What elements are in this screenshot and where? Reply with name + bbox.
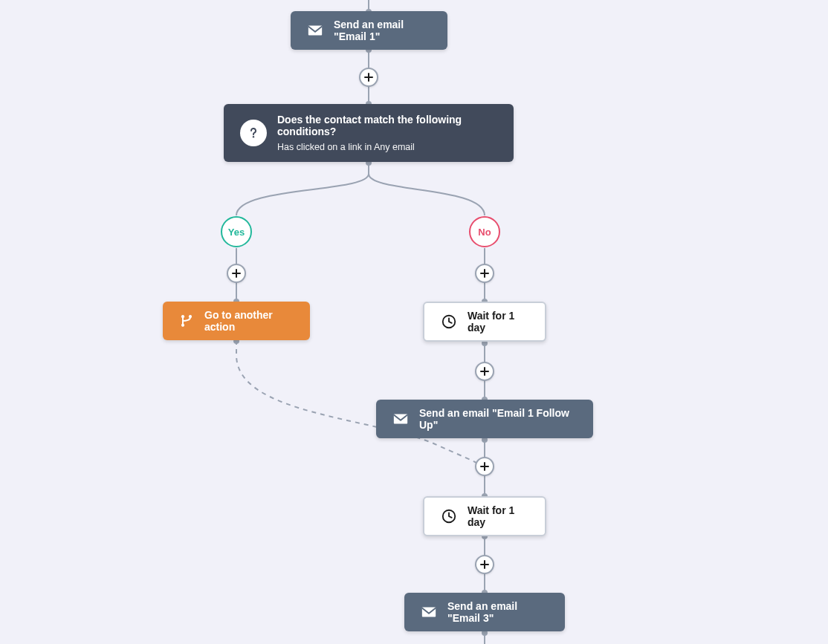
add-step-button[interactable]: [475, 362, 494, 381]
add-step-button[interactable]: [475, 264, 494, 283]
svg-point-4: [181, 324, 184, 327]
question-icon: [240, 120, 267, 146]
branch-yes-label: Yes: [221, 216, 252, 247]
condition-text: Does the contact match the following con…: [277, 114, 497, 152]
node-label: Go to another action: [204, 309, 294, 333]
svg-point-1: [253, 136, 254, 137]
condition-subtitle: Has clicked on a link in Any email: [277, 142, 497, 152]
wait-1-node[interactable]: Wait for 1 day: [423, 302, 546, 342]
node-label: Wait for 1 day: [468, 504, 528, 528]
branch-no-label: No: [469, 216, 500, 247]
condition-title: Does the contact match the following con…: [277, 114, 497, 137]
add-step-button[interactable]: [227, 264, 246, 283]
node-label: Send an email "Email 1 Follow Up": [419, 407, 577, 431]
add-step-button[interactable]: [475, 457, 494, 476]
svg-point-3: [189, 315, 192, 318]
wait-2-node[interactable]: Wait for 1 day: [423, 496, 546, 536]
mail-icon: [392, 411, 409, 427]
clock-icon: [441, 313, 457, 330]
node-label: Wait for 1 day: [468, 310, 528, 334]
add-step-button[interactable]: [475, 555, 494, 574]
node-label: Send an email "Email 1": [334, 19, 431, 42]
clock-icon: [441, 508, 457, 524]
send-email-2-node[interactable]: Send an email "Email 1 Follow Up": [376, 400, 593, 438]
send-email-1-node[interactable]: Send an email "Email 1": [291, 11, 447, 50]
mail-icon: [307, 22, 323, 39]
connector-lines: [0, 0, 828, 644]
svg-rect-8: [422, 608, 436, 617]
condition-node[interactable]: Does the contact match the following con…: [224, 104, 514, 162]
add-step-button[interactable]: [359, 68, 378, 87]
node-label: Send an email "Email 3": [447, 600, 549, 624]
send-email-3-node[interactable]: Send an email "Email 3": [404, 593, 565, 631]
svg-point-2: [181, 315, 184, 318]
mail-icon: [421, 604, 437, 620]
goto-action-node[interactable]: Go to another action: [163, 302, 310, 340]
svg-rect-0: [308, 26, 322, 36]
svg-rect-6: [394, 414, 407, 424]
branch-icon: [179, 313, 194, 328]
